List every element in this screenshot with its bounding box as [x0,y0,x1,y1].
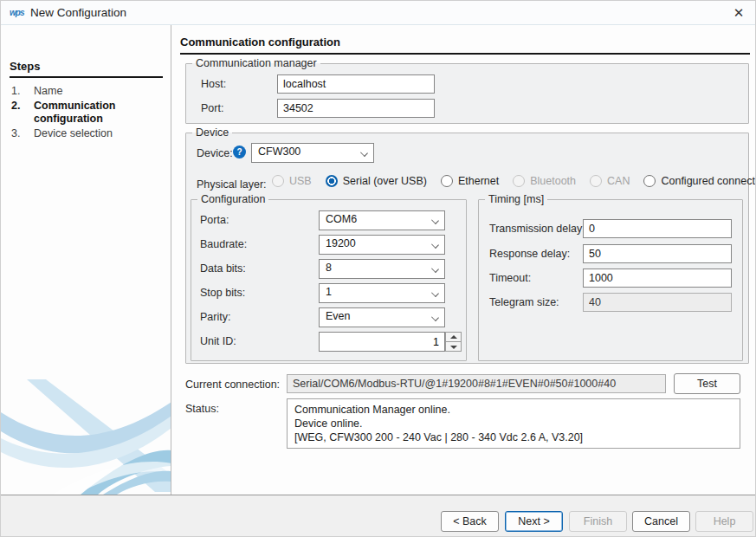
radio-can: CAN [590,175,630,187]
chevron-down-icon [431,314,439,321]
baudrate-select-value: 19200 [326,237,356,249]
group-title: Communication manager [192,57,320,69]
timing-group: Timing [ms] Transmission delay: Response… [478,199,743,361]
arrow-down-icon [450,346,457,349]
porta-select-value: COM6 [326,213,357,225]
step-number: 2. [11,100,34,126]
steps-list: 1. Name 2. Communication configuration 3… [11,85,164,140]
close-icon[interactable]: ✕ [727,3,750,23]
timeout-input[interactable] [583,268,732,288]
transmission-delay-label: Transmission delay: [489,223,585,235]
parity-label: Parity: [200,311,230,323]
timeout-label: Timeout: [489,272,531,284]
titlebar: wps New Configuration ✕ [1,1,756,25]
group-title: Configuration [197,193,268,205]
communication-manager-group: Communication manager Host: Port: [185,63,749,124]
group-title: Device [192,126,232,139]
footer-bar: < Back Next > Finish Cancel Help [1,495,756,537]
telegram-size-input [583,293,732,312]
physical-layer-label: Physical layer: [197,178,267,191]
device-label: Device: [197,147,233,159]
step-label: Name [34,85,146,99]
radio-icon[interactable] [441,175,453,187]
window-title: New Configuration [30,6,126,19]
radio-label: Serial (over USB) [343,175,427,187]
data-bits-label: Data bits: [200,262,246,275]
spinner-down-button[interactable] [445,342,462,352]
radio-label: CAN [607,175,630,187]
radio-selected-icon[interactable] [326,175,338,187]
page-title: Communication configuration [180,36,750,55]
chevron-down-icon [431,265,439,273]
radio-label: USB [289,175,312,187]
radio-serial-over-usb[interactable]: Serial (over USB) [326,175,427,187]
help-button: Help [695,511,753,532]
transmission-delay-input[interactable] [583,219,732,238]
data-bits-select-value: 8 [326,262,332,274]
port-label: Port: [201,102,223,114]
status-line: [WEG, CFW300 200 - 240 Vac | 280 - 340 V… [294,430,733,444]
step-number: 3. [11,127,34,141]
step-label: Device selection [34,127,146,141]
radio-ethernet[interactable]: Ethernet [441,175,499,187]
parity-select[interactable]: Even [319,307,445,327]
port-input[interactable] [277,99,435,118]
finish-button: Finish [569,511,627,532]
unit-id-label: Unit ID: [200,335,236,347]
radio-icon [590,175,602,187]
radio-icon[interactable] [643,175,656,187]
baudrate-select[interactable]: 19200 [319,235,445,255]
arrow-up-icon [450,335,457,339]
radio-label: Configured connections [661,175,756,187]
test-button[interactable]: Test [674,373,740,394]
radio-label: Bluetooth [530,175,576,187]
radio-icon [272,175,284,187]
parity-select-value: Even [326,310,351,322]
host-label: Host: [201,78,226,90]
status-line: Device online. [294,417,733,430]
chevron-down-icon [431,217,439,224]
device-select-value: CFW300 [258,146,300,158]
chevron-down-icon [431,241,439,249]
chevron-down-icon [360,149,368,157]
status-line: Communication Manager online. [294,403,733,417]
data-bits-select[interactable]: 8 [319,259,445,279]
device-group: Device Device: ? CFW300 Physical layer: … [185,133,749,364]
steps-header: Steps [10,60,163,78]
stop-bits-select-value: 1 [326,286,332,298]
step-name: 1. Name [11,85,164,99]
unit-id-input[interactable] [319,332,445,352]
step-communication-configuration: 2. Communication configuration [11,100,164,126]
wps-logo-icon: wps [10,7,27,19]
step-device-selection: 3. Device selection [11,127,164,141]
response-delay-input[interactable] [583,244,732,263]
chevron-down-icon [431,289,439,297]
radio-label: Ethernet [458,175,499,187]
response-delay-label: Response delay: [489,248,570,260]
help-icon[interactable]: ? [233,146,246,159]
current-connection-label: Current connection: [185,378,280,391]
new-configuration-dialog: wps New Configuration ✕ Steps 1. Name 2.… [0,0,756,537]
spinner-buttons [445,332,462,352]
radio-icon [513,175,525,187]
spinner-up-button[interactable] [445,332,462,342]
configuration-group: Configuration Porta: COM6 Baudrate: 1920… [191,199,467,361]
device-select[interactable]: CFW300 [251,143,374,163]
porta-label: Porta: [200,214,229,226]
steps-sidebar: Steps 1. Name 2. Communication configura… [1,25,171,495]
step-number: 1. [11,85,34,99]
next-button[interactable]: Next > [505,511,563,532]
baudrate-label: Baudrate: [200,238,247,250]
host-input[interactable] [277,74,435,94]
unit-id-stepper [319,332,445,352]
step-label: Communication configuration [34,100,146,126]
back-button[interactable]: < Back [441,511,499,532]
stop-bits-label: Stop bits: [200,287,245,299]
porta-select[interactable]: COM6 [319,210,445,230]
status-box: Communication Manager online. Device onl… [287,398,740,449]
stop-bits-select[interactable]: 1 [319,283,445,303]
cancel-button[interactable]: Cancel [632,511,690,532]
radio-configured-connections[interactable]: Configured connections [643,175,756,187]
physical-layer-radio-group: USB Serial (over USB) Ethernet Bluetooth… [272,175,756,187]
group-title: Timing [ms] [485,193,547,205]
